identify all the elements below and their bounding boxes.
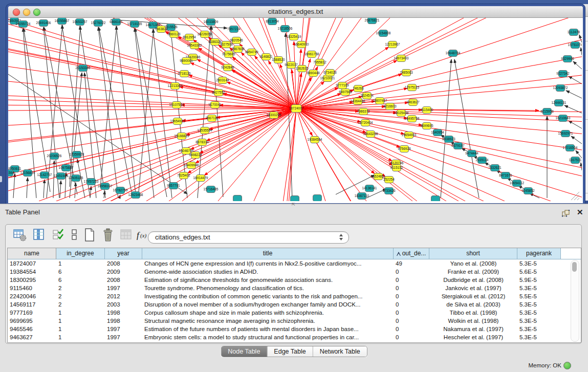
- graph-node[interactable]: 17016504: [563, 145, 578, 151]
- graph-node[interactable]: 12975115: [405, 84, 420, 91]
- red-edge[interactable]: [8, 130, 205, 201]
- graph-node[interactable]: 9890448: [307, 70, 320, 77]
- new-document-icon[interactable]: [82, 228, 98, 243]
- graph-node[interactable]: 7857224: [227, 26, 241, 33]
- graph-node[interactable]: 2935114: [476, 157, 489, 164]
- graph-node[interactable]: 252254: [383, 177, 395, 183]
- black-edge[interactable]: [60, 181, 61, 198]
- show-columns-icon[interactable]: [32, 228, 48, 243]
- black-edge[interactable]: [43, 180, 45, 198]
- graph-node[interactable]: 12444131: [552, 100, 567, 106]
- table-row[interactable]: 1830029562008Estimation of significance …: [8, 276, 581, 284]
- red-edge[interactable]: [296, 108, 582, 201]
- graph-node[interactable]: [313, 195, 322, 202]
- graph-node[interactable]: 746266: [353, 85, 364, 92]
- table-row[interactable]: 1456911722003Disruption of a novel membe…: [8, 300, 581, 309]
- graph-node[interactable]: 16648784: [446, 50, 461, 57]
- graph-node[interactable]: 12213363: [168, 83, 183, 90]
- graph-node[interactable]: 3624574: [360, 93, 374, 99]
- graph-node[interactable]: 10654112: [510, 180, 525, 187]
- red-edge[interactable]: [389, 180, 582, 201]
- graph-node[interactable]: 12156819: [20, 170, 35, 177]
- table-header-row[interactable]: namein_degreeyeartitleout_de...shortpage…: [8, 248, 581, 259]
- graph-node[interactable]: 1112478: [568, 29, 580, 36]
- black-edge[interactable]: [566, 91, 582, 98]
- red-edge[interactable]: [296, 18, 361, 108]
- column-header-pagerank[interactable]: pagerank: [517, 248, 561, 259]
- graph-node[interactable]: 10653257: [73, 19, 88, 26]
- tab-node-table[interactable]: Node Table: [221, 346, 267, 357]
- red-edge[interactable]: [296, 108, 582, 201]
- graph-node[interactable]: [431, 196, 440, 202]
- graph-node[interactable]: 15166829: [175, 133, 189, 140]
- graph-node[interactable]: 7485063: [400, 70, 413, 76]
- graph-node[interactable]: 10643298: [363, 131, 378, 138]
- red-edge[interactable]: [401, 18, 582, 58]
- column-header-out_de[interactable]: out_de...: [394, 248, 429, 259]
- graph-node[interactable]: 2867608: [231, 46, 245, 53]
- graph-node[interactable]: 18367110: [355, 193, 369, 200]
- graph-node[interactable]: 18495758: [405, 116, 420, 122]
- red-edge[interactable]: [8, 108, 296, 111]
- graph-node[interactable]: 10975887: [59, 165, 74, 171]
- graph-node[interactable]: 7986372: [357, 108, 370, 115]
- graph-node[interactable]: 20206526: [47, 153, 62, 160]
- graph-node[interactable]: 15716485: [204, 186, 219, 193]
- graph-node[interactable]: [291, 196, 299, 202]
- graph-node[interactable]: 9498222: [189, 152, 202, 159]
- graph-node[interactable]: 13535594: [198, 127, 212, 134]
- graph-node[interactable]: 26876821: [365, 18, 380, 24]
- graph-node[interactable]: 16958107: [98, 183, 113, 190]
- graph-node[interactable]: 9175685: [222, 51, 235, 58]
- graph-node[interactable]: 10025438: [394, 110, 409, 117]
- red-edge[interactable]: [342, 18, 582, 85]
- black-edge[interactable]: [581, 48, 582, 55]
- graph-node[interactable]: 6466161: [110, 19, 123, 26]
- graph-node[interactable]: 16961758: [304, 51, 319, 58]
- graph-node[interactable]: 9146821: [259, 54, 273, 60]
- graph-node[interactable]: 11451943: [54, 173, 69, 180]
- graph-node[interactable]: 8215958: [540, 108, 554, 115]
- tab-network-table[interactable]: Network Table: [313, 346, 367, 357]
- graph-node[interactable]: 1733426: [382, 188, 396, 194]
- graph-node[interactable]: 19218506: [278, 26, 293, 32]
- graph-node[interactable]: 9245852: [521, 188, 535, 194]
- scrollbar-thumb[interactable]: [572, 262, 577, 272]
- graph-node[interactable]: 9820546: [230, 37, 243, 44]
- select-rows-icon[interactable]: [52, 228, 67, 243]
- graph-node[interactable]: 12093872: [553, 85, 568, 92]
- red-edge[interactable]: [8, 24, 296, 108]
- black-edge[interactable]: [579, 35, 582, 42]
- graph-node[interactable]: [233, 195, 242, 202]
- black-edge[interactable]: [454, 59, 479, 198]
- graph-node[interactable]: 6497568: [339, 89, 352, 96]
- table-row[interactable]: 946362711997Embryonic stem cells: a mode…: [8, 333, 581, 341]
- red-edge[interactable]: [412, 18, 582, 87]
- black-edge[interactable]: [441, 59, 451, 198]
- red-edge[interactable]: [358, 18, 582, 101]
- graph-node[interactable]: 7955812: [313, 59, 326, 66]
- red-edge[interactable]: [8, 52, 296, 108]
- delete-column-icon[interactable]: [101, 228, 116, 243]
- graph-node[interactable]: 8471676: [499, 172, 512, 179]
- black-edge[interactable]: [53, 161, 54, 198]
- graph-node[interactable]: 16720404: [358, 120, 373, 126]
- graph-node[interactable]: 7625402: [177, 172, 190, 179]
- graph-node[interactable]: 6216603: [383, 103, 397, 110]
- column-header-short[interactable]: short: [429, 248, 517, 259]
- graph-node[interactable]: 12505185: [69, 175, 83, 182]
- black-edge[interactable]: [571, 136, 582, 144]
- graph-node[interactable]: 7663822: [155, 26, 168, 33]
- red-edge[interactable]: [296, 108, 582, 201]
- red-edge[interactable]: [8, 83, 177, 105]
- black-edge[interactable]: [27, 178, 28, 198]
- graph-node[interactable]: 6379197: [451, 143, 465, 149]
- graph-node[interactable]: 12142757: [37, 172, 52, 179]
- black-edge[interactable]: [573, 61, 582, 69]
- graph-node[interactable]: 15751074: [568, 42, 582, 49]
- table-row[interactable]: 2242004622012Investigating the contribut…: [8, 292, 581, 300]
- network-canvas[interactable]: 1850567240557242069140616055867106532571…: [8, 18, 582, 201]
- black-edge[interactable]: [98, 27, 118, 198]
- window-titlebar[interactable]: citations_edges.txt: [8, 6, 583, 18]
- graph-node[interactable]: 8912954: [183, 34, 196, 41]
